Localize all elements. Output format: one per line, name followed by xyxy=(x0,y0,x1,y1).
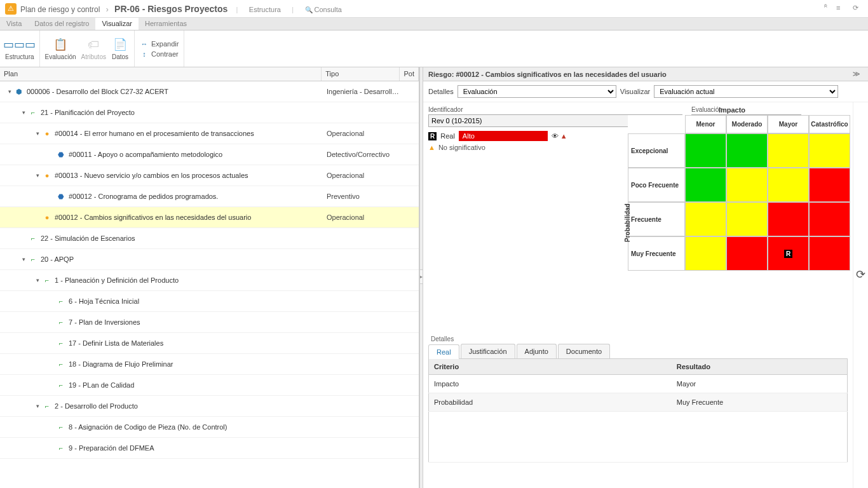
table-row[interactable]: ImpactoMayor xyxy=(429,375,848,393)
matrix-row-header: Frecuente xyxy=(628,202,685,236)
link-query[interactable]: Consulta xyxy=(305,6,342,13)
detail-tabs: RealJustificaciónAdjuntoDocumento xyxy=(428,344,848,359)
node-20-2-9[interactable]: ⌐9 - Preparación del DFMEA xyxy=(0,438,419,459)
app-warning-icon xyxy=(5,3,17,15)
expand-detail-icon[interactable]: ≫ xyxy=(850,70,863,78)
menu-datos-del-registro[interactable]: Datos del registro xyxy=(28,18,95,30)
attributes-button[interactable]: 🏷 Atributos xyxy=(81,37,106,60)
node-20-1-17[interactable]: ⌐17 - Definir Lista de Materiales xyxy=(0,333,419,354)
node-00012-control[interactable]: ⬣#00012 - Cronograma de pedidos programa… xyxy=(0,186,419,207)
structure-button[interactable]: ▭▭▭ Estructura xyxy=(5,37,34,60)
table-row[interactable]: ProbabilidadMuy Frecuente xyxy=(429,393,848,412)
result-col[interactable]: Resultado xyxy=(672,359,848,375)
col-pot[interactable]: Pot xyxy=(400,67,419,81)
node-root[interactable]: ▾⬢000006 - Desarrollo del Block C27-32 A… xyxy=(0,81,419,102)
tree-label: 20 - APQP xyxy=(41,255,74,263)
menu-herramientas[interactable]: Herramientas xyxy=(139,18,193,30)
matrix-cell[interactable] xyxy=(726,133,768,168)
green-icon: ⌐ xyxy=(57,297,65,306)
node-20-1-7[interactable]: ⌐7 - Plan de Inversiones xyxy=(0,312,419,333)
data-button[interactable]: 📄 Datos xyxy=(111,37,129,60)
matrix-cell[interactable] xyxy=(809,168,850,202)
menu-vista[interactable]: Vista xyxy=(0,18,28,30)
menu-visualizar[interactable]: Visualizar xyxy=(95,18,139,30)
visualizar-select[interactable]: Evaluación actual xyxy=(654,85,838,98)
risk-matrix: MenorModeradoMayorCatastróficoExcepciona… xyxy=(628,115,848,271)
breadcrumb-root[interactable]: Plan de riesgo y control xyxy=(20,5,100,14)
clipboard-icon: 📋 xyxy=(51,37,69,52)
no-significativo-label: No significativo xyxy=(438,144,485,151)
node-20-2[interactable]: ▾⌐2 - Desarrollo del Producto xyxy=(0,396,419,417)
side-toolbar: ⟳ xyxy=(853,102,868,488)
matrix-cell[interactable] xyxy=(685,236,726,271)
node-00012-risk[interactable]: ●#00012 - Cambios significativos en las … xyxy=(0,207,419,228)
node-20-1-19[interactable]: ⌐19 - PLan de Calidad xyxy=(0,375,419,396)
matrix-cell[interactable] xyxy=(685,202,726,236)
col-tipo[interactable]: Tipo xyxy=(322,67,400,81)
matrix-cell[interactable] xyxy=(685,168,726,202)
matrix-cell[interactable] xyxy=(809,236,850,271)
toggle-icon[interactable]: ▾ xyxy=(34,403,41,409)
green-icon: ⌐ xyxy=(29,234,37,243)
tab-adjunto[interactable]: Adjunto xyxy=(517,344,557,358)
col-plan[interactable]: Plan xyxy=(0,67,322,81)
toggle-icon[interactable]: ▾ xyxy=(34,130,41,137)
tab-justificación[interactable]: Justificación xyxy=(461,344,515,358)
node-00011[interactable]: ⬣#00011 - Apoyo o acompañamiento metodol… xyxy=(0,144,419,165)
real-label: Real xyxy=(440,132,455,140)
toggle-icon[interactable]: ▾ xyxy=(34,277,41,283)
matrix-cell[interactable] xyxy=(768,202,809,236)
matrix-cell[interactable]: R xyxy=(768,236,809,271)
node-20-2-8[interactable]: ⌐8 - Asignación de Codigo de Pieza (No. … xyxy=(0,417,419,438)
node-20-1-18[interactable]: ⌐18 - Diagrama de Flujo Preliminar xyxy=(0,354,419,375)
matrix-cell[interactable] xyxy=(726,168,768,202)
warning-triangle-icon[interactable]: ▲ xyxy=(560,132,567,140)
binoculars-icon[interactable]: 👁 xyxy=(552,132,559,140)
tree-label: 22 - Simulación de Escenarios xyxy=(41,234,135,242)
matrix-cell[interactable] xyxy=(809,202,850,236)
toggle-icon[interactable]: ▾ xyxy=(34,172,41,179)
matrix-cell[interactable] xyxy=(685,133,726,168)
node-20-1-6[interactable]: ⌐6 - Hoja Técnica Inicial xyxy=(0,291,419,312)
node-00013[interactable]: ▾●#00013 - Nuevo servicio y/o cambios en… xyxy=(0,165,419,186)
matrix-cell[interactable] xyxy=(726,236,768,271)
tab-real[interactable]: Real xyxy=(428,344,459,359)
node-20-1[interactable]: ▾⌐1 - Planeación y Definición del Produc… xyxy=(0,270,419,291)
expand-button[interactable]: ↔ Expandir xyxy=(140,39,179,48)
shield-icon: ⬣ xyxy=(57,192,65,201)
plan-tree[interactable]: ▾⬢000006 - Desarrollo del Block C27-32 A… xyxy=(0,81,419,488)
plan-tree-panel: Plan Tipo Pot ▾⬢000006 - Desarrollo del … xyxy=(0,67,419,488)
orange-icon: ● xyxy=(43,171,51,180)
node-21[interactable]: ▾⌐21 - Planificación del Proyecto xyxy=(0,102,419,123)
matrix-cell[interactable] xyxy=(768,168,809,202)
matrix-cell[interactable] xyxy=(768,133,809,168)
header: Plan de riesgo y control › PR-06 - Riesg… xyxy=(0,0,868,18)
tree-label: #00014 - El error humano en el procesami… xyxy=(55,130,254,137)
tree-label: 18 - Diagrama de Flujo Preliminar xyxy=(69,360,173,368)
toggle-icon[interactable]: ▾ xyxy=(20,109,27,116)
matrix-cell[interactable] xyxy=(809,133,850,168)
tab-documento[interactable]: Documento xyxy=(558,344,610,358)
evaluation-button[interactable]: 📋 Evaluación xyxy=(45,37,76,60)
toggle-icon[interactable]: ▾ xyxy=(6,88,13,95)
node-00014[interactable]: ▾●#00014 - El error humano en el procesa… xyxy=(0,123,419,144)
criteria-col[interactable]: Criterio xyxy=(429,359,672,375)
toggle-icon[interactable]: ▾ xyxy=(20,256,27,262)
list-icon[interactable]: ≡ xyxy=(836,4,846,14)
collapse-button[interactable]: ↕ Contraer xyxy=(140,50,179,58)
node-22[interactable]: ⌐22 - Simulación de Escenarios xyxy=(0,228,419,249)
orange-icon: ● xyxy=(43,129,51,138)
details-dropdown-label: Detalles xyxy=(428,88,454,95)
collapse-up-icon[interactable]: « xyxy=(820,4,830,14)
refresh-panel-icon[interactable]: ⟳ xyxy=(856,268,865,281)
details-section-label: Detalles xyxy=(428,336,848,342)
tree-label: 6 - Hoja Técnica Inicial xyxy=(69,297,139,305)
chevron-right-icon: › xyxy=(106,5,109,14)
node-20[interactable]: ▾⌐20 - APQP xyxy=(0,249,419,270)
page-title: PR-06 - Riesgos Proyectos xyxy=(114,4,227,14)
refresh-icon[interactable]: ⟳ xyxy=(853,4,863,14)
green-icon: ⌐ xyxy=(57,423,65,431)
link-structure[interactable]: Estructura xyxy=(249,6,281,13)
details-select[interactable]: Evaluación xyxy=(458,85,616,98)
matrix-cell[interactable] xyxy=(726,202,768,236)
